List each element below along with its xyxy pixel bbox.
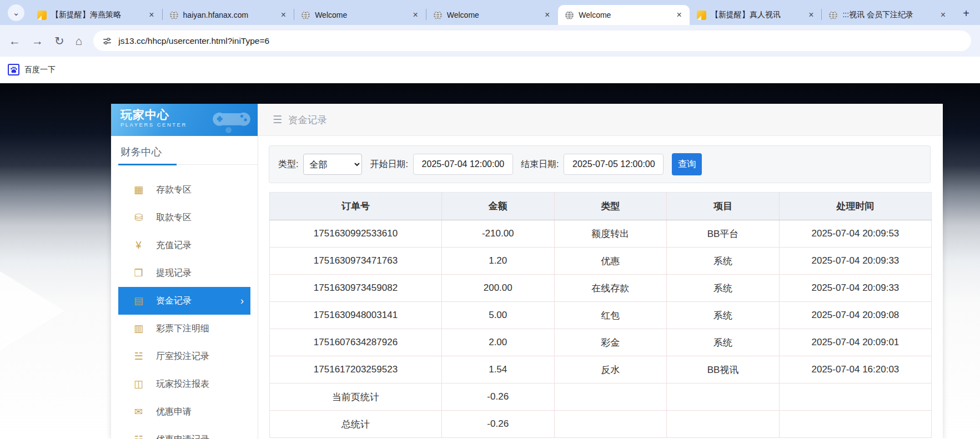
table-cell bbox=[779, 411, 931, 438]
tab-close-icon[interactable]: × bbox=[938, 9, 948, 21]
browser-toolbar: ← → ↻ ⌂ js13.cc/hhcp/usercenter.html?ini… bbox=[0, 25, 980, 57]
table-cell bbox=[779, 384, 931, 411]
address-bar[interactable]: js13.cc/hhcp/usercenter.html?iniType=6 bbox=[93, 31, 971, 51]
reload-button[interactable]: ↻ bbox=[54, 34, 64, 48]
sidebar-item-label: 玩家投注报表 bbox=[156, 379, 209, 390]
tab-strip-tabs: 【新提醒】海燕策略 × haiyan.hfanax.com × Welcome … bbox=[30, 0, 953, 25]
deposit-card-icon: ▦ bbox=[132, 184, 145, 196]
globe-favicon-icon bbox=[301, 11, 310, 20]
type-select[interactable]: 全部 bbox=[303, 154, 362, 175]
tab-strip: ⌄ 【新提醒】海燕策略 × haiyan.hfanax.com × Welcom… bbox=[0, 0, 980, 25]
table-cell: 1751630992533610 bbox=[270, 220, 442, 248]
table-cell: 彩金 bbox=[554, 329, 667, 356]
tab-close-icon[interactable]: × bbox=[147, 9, 156, 21]
tab-close-icon[interactable]: × bbox=[806, 9, 816, 21]
tab-4[interactable]: Welcome × bbox=[426, 5, 558, 25]
sidebar-item-hall-bet-records[interactable]: ☱ 厅室投注记录 › bbox=[118, 342, 250, 370]
table-cell: 2025-07-04 20:09:33 bbox=[779, 275, 931, 302]
sidebar-menu: ▦ 存款专区 › ⛁ 取款专区 › ¥ 充值记录 › ❐ 提现记录 › ▤ 资金… bbox=[111, 176, 258, 439]
tab-7[interactable]: :::视讯 会员下注纪录 × bbox=[822, 5, 953, 25]
table-header-cell: 类型 bbox=[554, 193, 667, 220]
sidebar-item-lottery-bet-detail[interactable]: ▥ 彩票下注明细 › bbox=[118, 315, 250, 342]
table-cell: 2025-07-04 20:09:01 bbox=[779, 329, 931, 356]
promo-envelope-icon: ✉ bbox=[132, 406, 145, 418]
globe-favicon-icon bbox=[433, 11, 443, 20]
table-cell: 1.54 bbox=[441, 356, 554, 384]
globe-favicon-icon bbox=[169, 11, 179, 20]
sidebar-item-label: 优惠申请 bbox=[156, 406, 192, 418]
sidebar-item-withdraw-zone[interactable]: ⛁ 取款专区 › bbox=[118, 204, 250, 231]
sidebar-item-promo-apply[interactable]: ✉ 优惠申请 › bbox=[118, 398, 250, 426]
table-cell bbox=[667, 411, 780, 438]
sidebar-item-label: 厅室投注记录 bbox=[156, 351, 209, 362]
table-cell: 额度转出 bbox=[554, 220, 667, 248]
promo-record-icon: ☷ bbox=[132, 433, 145, 439]
tab-3[interactable]: Welcome × bbox=[294, 5, 426, 25]
end-date-input[interactable] bbox=[564, 154, 664, 175]
table-cell: 系统 bbox=[667, 329, 780, 356]
table-cell: 优惠 bbox=[554, 248, 667, 275]
wallet-icon: ❐ bbox=[132, 267, 145, 279]
table-cell: 2025-07-04 20:09:53 bbox=[779, 220, 931, 248]
table-cell: 红包 bbox=[554, 302, 667, 329]
back-button[interactable]: ← bbox=[9, 34, 21, 48]
sidebar-item-funds-records[interactable]: ▤ 资金记录 › bbox=[118, 287, 250, 315]
start-date-input[interactable] bbox=[413, 154, 513, 175]
main-panel: ☰ 资金记录 类型: 全部 开始日期: 结束日期: 查询 订单号金额类型项目处理… bbox=[258, 104, 943, 439]
table-row: 当前页统计-0.26 bbox=[270, 384, 932, 411]
webpage-background: 玩家中心 PLAYERS CENTER 财务中心 ▦ 存款专区 › ⛁ 取款专区… bbox=[0, 83, 980, 439]
tab-close-icon[interactable]: × bbox=[675, 9, 684, 21]
table-cell: 在线存款 bbox=[554, 275, 667, 302]
sidebar-item-label: 取款专区 bbox=[156, 212, 192, 224]
type-label: 类型: bbox=[278, 159, 298, 170]
globe-favicon-icon bbox=[828, 11, 838, 20]
table-cell: BB视讯 bbox=[667, 356, 780, 384]
tab-6[interactable]: 【新提醒】真人视讯 × bbox=[690, 5, 822, 25]
new-tab-button[interactable]: + bbox=[958, 5, 974, 22]
forward-button[interactable]: → bbox=[32, 34, 43, 48]
yellow-note-favicon-icon bbox=[697, 11, 706, 20]
sidebar-item-deposit-zone[interactable]: ▦ 存款专区 › bbox=[118, 176, 250, 204]
query-button[interactable]: 查询 bbox=[672, 153, 702, 175]
moneybag-icon: ¥ bbox=[132, 240, 145, 251]
filter-bar: 类型: 全部 开始日期: 结束日期: 查询 bbox=[269, 145, 931, 183]
table-cell: 总统计 bbox=[270, 411, 442, 438]
baidu-paw-icon bbox=[8, 64, 19, 75]
table-row: 17516309480031415.00红包系统2025-07-04 20:09… bbox=[270, 302, 932, 329]
withdraw-hand-icon: ⛁ bbox=[132, 211, 145, 224]
tab-close-icon[interactable]: × bbox=[410, 9, 420, 21]
tab-title: Welcome bbox=[315, 11, 406, 19]
tab-close-icon[interactable]: × bbox=[542, 9, 552, 21]
tab-search-button[interactable]: ⌄ bbox=[8, 4, 24, 21]
tab-close-icon[interactable]: × bbox=[279, 9, 288, 21]
tab-1[interactable]: 【新提醒】海燕策略 × bbox=[31, 5, 162, 25]
end-date-label: 结束日期: bbox=[521, 159, 559, 170]
bookmark-baidu[interactable]: 百度一下 bbox=[8, 64, 56, 75]
table-cell: -0.26 bbox=[441, 384, 554, 411]
tab-title: haiyan.hfanax.com bbox=[183, 11, 274, 19]
table-cell: BB平台 bbox=[667, 220, 780, 248]
table-cell: 2025-07-04 16:20:03 bbox=[779, 356, 931, 384]
url-text[interactable]: js13.cc/hhcp/usercenter.html?iniType=6 bbox=[118, 36, 269, 46]
tab-2[interactable]: haiyan.hfanax.com × bbox=[163, 5, 294, 25]
table-cell: 1751630948003141 bbox=[270, 302, 442, 329]
table-cell: 2025-07-04 20:09:33 bbox=[779, 248, 931, 275]
home-button[interactable]: ⌂ bbox=[76, 34, 83, 48]
table-cell: 1751617203259523 bbox=[270, 356, 442, 384]
sidebar-item-recharge-records[interactable]: ¥ 充值记录 › bbox=[118, 231, 250, 259]
sidebar-item-promo-apply-records[interactable]: ☷ 优惠申请记录 › bbox=[118, 426, 250, 439]
tab-5[interactable]: Welcome × bbox=[558, 5, 690, 25]
table-body: 1751630992533610-210.00额度转出BB平台2025-07-0… bbox=[270, 220, 932, 438]
hamburger-menu-icon[interactable]: ☰ bbox=[273, 113, 282, 126]
player-center-panel: 玩家中心 PLAYERS CENTER 财务中心 ▦ 存款专区 › ⛁ 取款专区… bbox=[111, 104, 943, 439]
sidebar-item-player-bet-report[interactable]: ◫ 玩家投注报表 › bbox=[118, 370, 250, 398]
table-cell: 1751607634287926 bbox=[270, 329, 442, 356]
tab-title: Welcome bbox=[579, 11, 670, 19]
report-chart-icon: ◫ bbox=[132, 378, 145, 390]
sidebar-item-label: 优惠申请记录 bbox=[156, 434, 209, 439]
sidebar-item-label: 存款专区 bbox=[156, 184, 192, 196]
funds-cards-icon: ▤ bbox=[132, 295, 145, 307]
site-settings-icon[interactable] bbox=[102, 36, 112, 46]
background-triangle-decoration bbox=[0, 260, 64, 362]
sidebar-item-withdraw-records[interactable]: ❐ 提现记录 › bbox=[118, 259, 250, 287]
